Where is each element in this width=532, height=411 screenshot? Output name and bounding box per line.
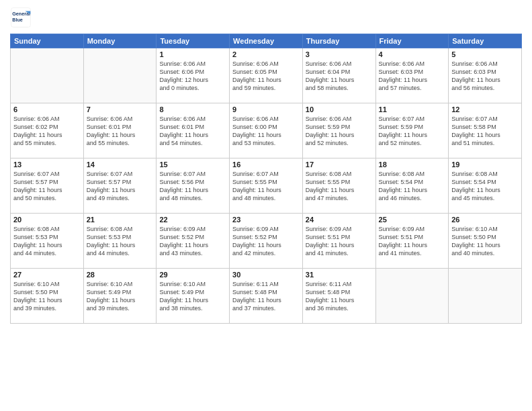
header: General Blue — [10, 7, 522, 28]
day-info: Sunrise: 6:08 AM Sunset: 5:55 PM Dayligh… — [306, 170, 373, 203]
page: General Blue SundayMondayTuesdayWednesda… — [0, 0, 532, 411]
day-number: 15 — [159, 161, 226, 169]
day-number: 9 — [232, 105, 300, 113]
day-info: Sunrise: 6:06 AM Sunset: 6:01 PM Dayligh… — [159, 115, 226, 148]
day-number: 31 — [306, 271, 373, 279]
calendar-cell: 22Sunrise: 6:09 AM Sunset: 5:52 PM Dayli… — [157, 214, 230, 269]
calendar-cell: 19Sunrise: 6:08 AM Sunset: 5:54 PM Dayli… — [449, 158, 522, 214]
logo-icon: General Blue — [10, 7, 32, 28]
day-number: 29 — [159, 271, 226, 279]
calendar-cell — [375, 269, 449, 324]
day-info: Sunrise: 6:06 AM Sunset: 6:04 PM Dayligh… — [306, 60, 373, 93]
day-number: 3 — [306, 50, 373, 58]
day-info: Sunrise: 6:10 AM Sunset: 5:49 PM Dayligh… — [159, 280, 226, 313]
svg-text:Blue: Blue — [12, 17, 23, 23]
calendar-cell: 30Sunrise: 6:11 AM Sunset: 5:48 PM Dayli… — [230, 269, 303, 324]
day-info: Sunrise: 6:09 AM Sunset: 5:51 PM Dayligh… — [379, 225, 446, 258]
weekday-header-monday: Monday — [83, 34, 157, 48]
day-info: Sunrise: 6:06 AM Sunset: 6:03 PM Dayligh… — [379, 60, 446, 93]
day-number: 25 — [379, 216, 446, 224]
calendar-cell: 21Sunrise: 6:08 AM Sunset: 5:53 PM Dayli… — [83, 214, 157, 269]
day-number: 2 — [232, 50, 300, 58]
day-info: Sunrise: 6:07 AM Sunset: 5:58 PM Dayligh… — [451, 115, 519, 148]
calendar-week-3: 13Sunrise: 6:07 AM Sunset: 5:57 PM Dayli… — [11, 158, 522, 214]
day-info: Sunrise: 6:07 AM Sunset: 5:57 PM Dayligh… — [13, 170, 81, 203]
calendar-cell: 11Sunrise: 6:07 AM Sunset: 5:59 PM Dayli… — [375, 103, 449, 158]
calendar-cell: 8Sunrise: 6:06 AM Sunset: 6:01 PM Daylig… — [157, 103, 230, 158]
calendar-table: SundayMondayTuesdayWednesdayThursdayFrid… — [10, 34, 522, 324]
weekday-header-wednesday: Wednesday — [230, 34, 303, 48]
day-info: Sunrise: 6:10 AM Sunset: 5:49 PM Dayligh… — [87, 280, 154, 313]
calendar-cell: 15Sunrise: 6:07 AM Sunset: 5:56 PM Dayli… — [157, 158, 230, 214]
weekday-header-friday: Friday — [375, 34, 449, 48]
weekday-header-saturday: Saturday — [449, 34, 522, 48]
day-info: Sunrise: 6:09 AM Sunset: 5:52 PM Dayligh… — [159, 225, 226, 258]
day-info: Sunrise: 6:09 AM Sunset: 5:52 PM Dayligh… — [232, 225, 300, 258]
day-number: 18 — [379, 161, 446, 169]
day-info: Sunrise: 6:06 AM Sunset: 6:05 PM Dayligh… — [232, 60, 300, 93]
calendar-cell: 2Sunrise: 6:06 AM Sunset: 6:05 PM Daylig… — [230, 48, 303, 103]
calendar-cell: 14Sunrise: 6:07 AM Sunset: 5:57 PM Dayli… — [83, 158, 157, 214]
day-number: 6 — [13, 105, 81, 113]
weekday-header-sunday: Sunday — [11, 34, 84, 48]
calendar-cell: 4Sunrise: 6:06 AM Sunset: 6:03 PM Daylig… — [375, 48, 449, 103]
calendar-cell: 24Sunrise: 6:09 AM Sunset: 5:51 PM Dayli… — [302, 214, 375, 269]
day-info: Sunrise: 6:06 AM Sunset: 6:01 PM Dayligh… — [87, 115, 154, 148]
calendar-cell: 20Sunrise: 6:08 AM Sunset: 5:53 PM Dayli… — [11, 214, 84, 269]
day-info: Sunrise: 6:06 AM Sunset: 6:00 PM Dayligh… — [232, 115, 300, 148]
day-number: 22 — [159, 216, 226, 224]
day-info: Sunrise: 6:06 AM Sunset: 6:06 PM Dayligh… — [159, 60, 226, 93]
calendar-cell: 13Sunrise: 6:07 AM Sunset: 5:57 PM Dayli… — [11, 158, 84, 214]
calendar-cell — [449, 269, 522, 324]
day-info: Sunrise: 6:08 AM Sunset: 5:53 PM Dayligh… — [13, 225, 81, 258]
calendar-cell: 23Sunrise: 6:09 AM Sunset: 5:52 PM Dayli… — [230, 214, 303, 269]
calendar-week-1: 1Sunrise: 6:06 AM Sunset: 6:06 PM Daylig… — [11, 48, 522, 103]
calendar-cell: 7Sunrise: 6:06 AM Sunset: 6:01 PM Daylig… — [83, 103, 157, 158]
calendar-cell — [83, 48, 157, 103]
calendar-cell: 17Sunrise: 6:08 AM Sunset: 5:55 PM Dayli… — [302, 158, 375, 214]
day-info: Sunrise: 6:10 AM Sunset: 5:50 PM Dayligh… — [451, 225, 519, 258]
calendar-cell: 6Sunrise: 6:06 AM Sunset: 6:02 PM Daylig… — [11, 103, 84, 158]
day-info: Sunrise: 6:11 AM Sunset: 5:48 PM Dayligh… — [232, 280, 300, 313]
day-info: Sunrise: 6:06 AM Sunset: 6:02 PM Dayligh… — [13, 115, 81, 148]
day-number: 24 — [306, 216, 373, 224]
calendar-cell: 12Sunrise: 6:07 AM Sunset: 5:58 PM Dayli… — [449, 103, 522, 158]
day-number: 28 — [87, 271, 154, 279]
calendar-cell: 5Sunrise: 6:06 AM Sunset: 6:03 PM Daylig… — [449, 48, 522, 103]
day-number: 14 — [87, 161, 154, 169]
day-info: Sunrise: 6:11 AM Sunset: 5:48 PM Dayligh… — [306, 280, 373, 313]
day-info: Sunrise: 6:08 AM Sunset: 5:54 PM Dayligh… — [379, 170, 446, 203]
calendar-cell: 25Sunrise: 6:09 AM Sunset: 5:51 PM Dayli… — [375, 214, 449, 269]
day-number: 10 — [306, 105, 373, 113]
day-info: Sunrise: 6:10 AM Sunset: 5:50 PM Dayligh… — [13, 280, 81, 313]
day-info: Sunrise: 6:08 AM Sunset: 5:53 PM Dayligh… — [87, 225, 154, 258]
day-number: 26 — [451, 216, 519, 224]
day-info: Sunrise: 6:07 AM Sunset: 5:57 PM Dayligh… — [87, 170, 154, 203]
calendar-cell: 31Sunrise: 6:11 AM Sunset: 5:48 PM Dayli… — [302, 269, 375, 324]
calendar-cell: 18Sunrise: 6:08 AM Sunset: 5:54 PM Dayli… — [375, 158, 449, 214]
day-number: 17 — [306, 161, 373, 169]
day-number: 30 — [232, 271, 300, 279]
day-number: 7 — [87, 105, 154, 113]
calendar-cell: 9Sunrise: 6:06 AM Sunset: 6:00 PM Daylig… — [230, 103, 303, 158]
day-number: 4 — [379, 50, 446, 58]
calendar-week-5: 27Sunrise: 6:10 AM Sunset: 5:50 PM Dayli… — [11, 269, 522, 324]
day-info: Sunrise: 6:09 AM Sunset: 5:51 PM Dayligh… — [306, 225, 373, 258]
calendar-cell: 28Sunrise: 6:10 AM Sunset: 5:49 PM Dayli… — [83, 269, 157, 324]
day-info: Sunrise: 6:08 AM Sunset: 5:54 PM Dayligh… — [451, 170, 519, 203]
day-number: 12 — [451, 105, 519, 113]
day-number: 19 — [451, 161, 519, 169]
day-info: Sunrise: 6:07 AM Sunset: 5:56 PM Dayligh… — [159, 170, 226, 203]
calendar-cell: 27Sunrise: 6:10 AM Sunset: 5:50 PM Dayli… — [11, 269, 84, 324]
day-number: 11 — [379, 105, 446, 113]
day-number: 23 — [232, 216, 300, 224]
calendar-cell — [11, 48, 84, 103]
day-number: 20 — [13, 216, 81, 224]
day-info: Sunrise: 6:06 AM Sunset: 5:59 PM Dayligh… — [306, 115, 373, 148]
day-info: Sunrise: 6:07 AM Sunset: 5:55 PM Dayligh… — [232, 170, 300, 203]
day-number: 13 — [13, 161, 81, 169]
calendar-cell: 16Sunrise: 6:07 AM Sunset: 5:55 PM Dayli… — [230, 158, 303, 214]
calendar-cell: 29Sunrise: 6:10 AM Sunset: 5:49 PM Dayli… — [157, 269, 230, 324]
day-info: Sunrise: 6:07 AM Sunset: 5:59 PM Dayligh… — [379, 115, 446, 148]
day-number: 21 — [87, 216, 154, 224]
